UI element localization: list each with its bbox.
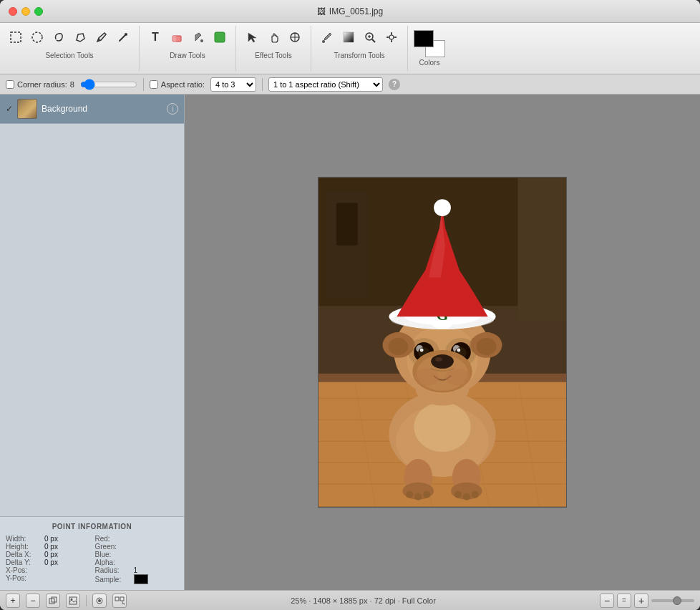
effect-tools-label: Effect Tools — [255, 52, 291, 59]
svg-rect-24 — [336, 203, 358, 246]
svg-point-2 — [125, 33, 127, 36]
aspect-ratio-select[interactable]: 4 to 3 1 to 1 16 to 9 Custom — [210, 77, 256, 92]
svg-point-44 — [406, 491, 413, 498]
alpha-label: Alpha: — [95, 558, 131, 566]
constraint-select[interactable]: 1 to 1 aspect ratio (Shift) No constrain… — [268, 77, 383, 92]
svg-point-78 — [477, 338, 497, 355]
height-value: 0 px — [44, 543, 58, 551]
svg-rect-86 — [120, 597, 124, 601]
svg-point-84 — [98, 599, 101, 602]
draw-tools-label: Draw Tools — [170, 52, 205, 59]
canvas-area[interactable]: G — [185, 95, 700, 590]
width-value: 0 px — [44, 535, 58, 543]
blue-row: Blue: — [95, 551, 179, 558]
green-tool-button[interactable] — [210, 27, 230, 47]
titlebar: 🖼 IMG_0051.jpg — [0, 0, 700, 23]
layer-image-button[interactable] — [66, 594, 80, 608]
x-pos-label: X-Pos: — [6, 566, 42, 574]
effect-tools-group: Effect Tools — [236, 26, 311, 71]
polygonal-lasso-button[interactable] — [70, 27, 90, 47]
zoom-button[interactable] — [360, 27, 380, 47]
delta-y-value: 0 px — [44, 558, 58, 566]
svg-point-47 — [454, 491, 462, 498]
corner-radius-slider[interactable] — [80, 79, 137, 90]
red-row: Red: — [95, 535, 179, 543]
green-label: Green: — [95, 543, 131, 551]
selection-mode-button[interactable] — [112, 594, 127, 608]
layer-visibility-check[interactable]: ✓ — [6, 104, 13, 114]
eraser-button[interactable] — [167, 27, 187, 47]
traffic-lights — [9, 7, 43, 16]
options-separator-2 — [262, 78, 263, 91]
svg-point-71 — [431, 354, 454, 369]
delta-y-label: Delta Y: — [6, 558, 42, 566]
app-window: 🖼 IMG_0051.jpg — [0, 0, 700, 610]
brush-button[interactable] — [113, 27, 133, 47]
canvas-image[interactable]: G — [318, 177, 567, 508]
svg-point-68 — [457, 348, 460, 352]
zoom-fit-button[interactable]: = — [617, 594, 631, 608]
clone-stamp-button[interactable] — [285, 27, 305, 47]
point-info-panel: POINT INFORMATION Width: 0 px Height: 0 … — [0, 516, 184, 590]
rectangular-marquee-button[interactable] — [6, 27, 26, 47]
svg-point-5 — [200, 39, 203, 42]
transform-tools-label: Transform Tools — [334, 52, 384, 59]
aspect-ratio-checkbox[interactable] — [150, 80, 158, 89]
gradient-button[interactable] — [339, 27, 359, 47]
transform-tools-group: Transform Tools — [311, 26, 408, 71]
lasso-button[interactable] — [49, 27, 69, 47]
x-pos-row: X-Pos: — [6, 566, 89, 574]
svg-rect-0 — [11, 32, 21, 42]
svg-point-39 — [414, 402, 471, 452]
hand-button[interactable] — [263, 27, 283, 47]
close-button[interactable] — [9, 7, 17, 16]
minimize-button[interactable] — [21, 7, 30, 16]
svg-point-1 — [32, 32, 42, 42]
status-bar: + − — [0, 590, 700, 610]
green-row: Green: — [95, 543, 179, 551]
zoom-in-button[interactable]: + — [634, 594, 648, 608]
corner-radius-checkbox[interactable] — [6, 80, 14, 89]
point-info-right: Red: Green: Blue: Alpha: — [95, 535, 179, 584]
transform-tools-icons — [317, 27, 402, 47]
radius-label: Radius: — [95, 566, 131, 574]
help-button[interactable]: ? — [389, 79, 400, 90]
maximize-button[interactable] — [34, 7, 43, 16]
color-swatches[interactable] — [414, 30, 445, 57]
zoom-thumb — [673, 596, 681, 605]
add-layer-button[interactable]: + — [6, 594, 20, 608]
crosshair-button[interactable] — [381, 27, 402, 47]
text-button[interactable]: T — [145, 27, 165, 47]
sample-row: Sample: — [95, 574, 179, 584]
layers-content — [0, 124, 184, 516]
duplicate-layer-button[interactable] — [46, 594, 60, 608]
svg-point-45 — [414, 493, 422, 500]
selection-arrow-button[interactable] — [242, 27, 262, 47]
layer-thumbnail — [17, 99, 37, 119]
delta-x-value: 0 px — [44, 551, 58, 558]
aspect-ratio-label: Aspect ratio: — [150, 80, 205, 89]
foreground-color-swatch[interactable] — [414, 30, 434, 47]
delta-y-row: Delta Y: 0 px — [6, 558, 89, 566]
svg-point-10 — [322, 40, 325, 43]
view-toggle-button[interactable] — [92, 594, 107, 608]
pencil-button[interactable] — [92, 27, 112, 47]
svg-point-49 — [472, 491, 479, 498]
background-layer-item[interactable]: ✓ Background i — [0, 95, 184, 124]
layers-panel: ✓ Background i POINT INFORMATION Width: … — [0, 95, 185, 590]
draw-tools-icons: T — [145, 27, 230, 47]
color-picker-button[interactable] — [317, 27, 337, 47]
elliptical-marquee-button[interactable] — [27, 27, 47, 47]
radius-value: 1 — [134, 566, 138, 574]
svg-rect-85 — [115, 597, 119, 601]
width-label: Width: — [6, 535, 42, 543]
paint-bucket-button[interactable] — [188, 27, 208, 47]
svg-line-13 — [372, 39, 375, 42]
zoom-out-button[interactable]: − — [600, 594, 614, 608]
effect-tools-icons — [242, 27, 305, 47]
selection-tools-icons — [6, 27, 133, 47]
layer-info-button[interactable]: i — [167, 103, 178, 115]
remove-layer-button[interactable]: − — [26, 594, 40, 608]
selection-tools-group: Selection Tools — [0, 26, 140, 71]
colors-section[interactable]: Colors — [408, 26, 451, 71]
